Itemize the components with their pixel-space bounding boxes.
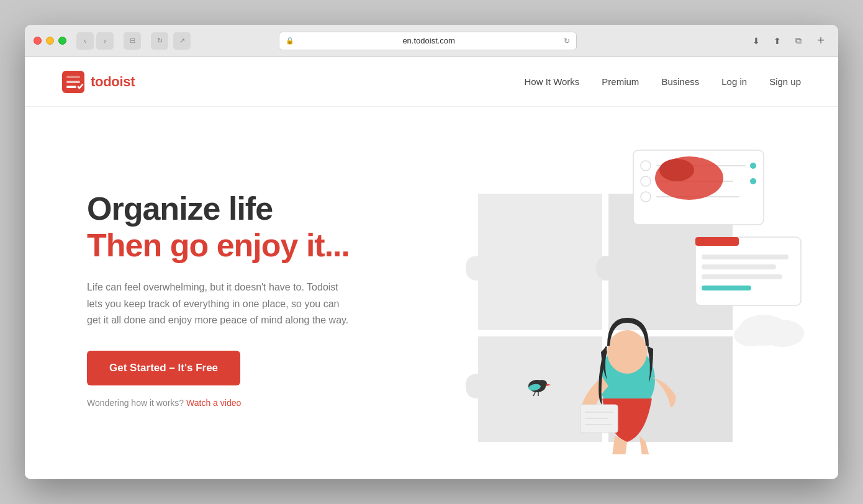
hero-illustration (435, 144, 801, 454)
svg-rect-17 (702, 274, 782, 279)
svg-rect-18 (702, 286, 751, 290)
site-navigation: todoist How It Works Premium Business Lo… (25, 57, 838, 107)
nav-login[interactable]: Log in (721, 76, 747, 87)
svg-rect-2 (66, 81, 80, 83)
url-text: en.todoist.com (298, 36, 560, 45)
address-bar[interactable]: 🔒 en.todoist.com ↻ (279, 32, 577, 50)
svg-rect-16 (702, 264, 776, 269)
browser-actions: ⬇ ⬆ ⧉ (748, 32, 807, 50)
traffic-light-yellow[interactable] (46, 37, 54, 45)
nav-buttons: ‹ › (76, 32, 114, 50)
get-started-button[interactable]: Get Started – It's Free (87, 351, 240, 385)
svg-rect-15 (702, 254, 788, 259)
svg-rect-14 (695, 237, 739, 246)
hero-section: Organize life Then go enjoy it... Life c… (25, 107, 838, 479)
address-refresh-icon[interactable]: ↻ (564, 37, 570, 45)
share-icon[interactable]: ⬆ (769, 32, 786, 50)
video-link-row: Wondering how it works? Watch a video (87, 398, 410, 408)
logo-text: todoist (91, 74, 135, 90)
reload-button-2[interactable]: ↗ (173, 32, 191, 50)
logo-link[interactable]: todoist (62, 71, 135, 93)
hero-title-line2: Then go enjoy it... (87, 227, 410, 264)
hero-content: Organize life Then go enjoy it... Life c… (87, 191, 410, 408)
nav-links: How It Works Premium Business Log in Sig… (524, 76, 801, 87)
tab-view-button[interactable]: ⊟ (124, 32, 141, 50)
back-button[interactable]: ‹ (76, 32, 94, 50)
browser-titlebar: ‹ › ⊟ ↻ ↗ 🔒 en.todoist.com ↻ ⬇ ⬆ ⧉ + (25, 25, 838, 57)
reload-button[interactable]: ↻ (151, 32, 168, 50)
watch-video-link[interactable]: Watch a video (186, 398, 241, 408)
page-content: todoist How It Works Premium Business Lo… (25, 57, 838, 479)
nav-signup[interactable]: Sign up (769, 76, 801, 87)
browser-window: ‹ › ⊟ ↻ ↗ 🔒 en.todoist.com ↻ ⬇ ⬆ ⧉ + (25, 25, 838, 479)
svg-point-20 (659, 159, 694, 181)
hero-description: Life can feel overwhelming, but it doesn… (87, 279, 354, 328)
new-tab-button[interactable]: + (812, 32, 829, 50)
svg-rect-13 (695, 237, 801, 305)
svg-point-12 (750, 178, 756, 184)
svg-rect-3 (66, 86, 76, 88)
ssl-lock-icon: 🔒 (286, 37, 294, 45)
download-icon[interactable]: ⬇ (748, 32, 765, 50)
svg-point-11 (750, 163, 756, 169)
traffic-light-green[interactable] (58, 37, 66, 45)
nav-business[interactable]: Business (661, 76, 699, 87)
traffic-lights (34, 37, 66, 45)
svg-point-34 (607, 330, 647, 374)
video-prompt-text: Wondering how it works? (87, 398, 184, 408)
logo-icon (62, 71, 84, 93)
svg-rect-1 (66, 76, 80, 78)
tabs-icon[interactable]: ⧉ (790, 32, 807, 50)
svg-point-37 (734, 324, 769, 346)
nav-premium[interactable]: Premium (602, 76, 639, 87)
hero-title-line1: Organize life (87, 191, 410, 228)
traffic-light-red[interactable] (34, 37, 42, 45)
forward-button[interactable]: › (96, 32, 114, 50)
hero-svg (428, 132, 813, 454)
nav-how-it-works[interactable]: How It Works (524, 76, 579, 87)
